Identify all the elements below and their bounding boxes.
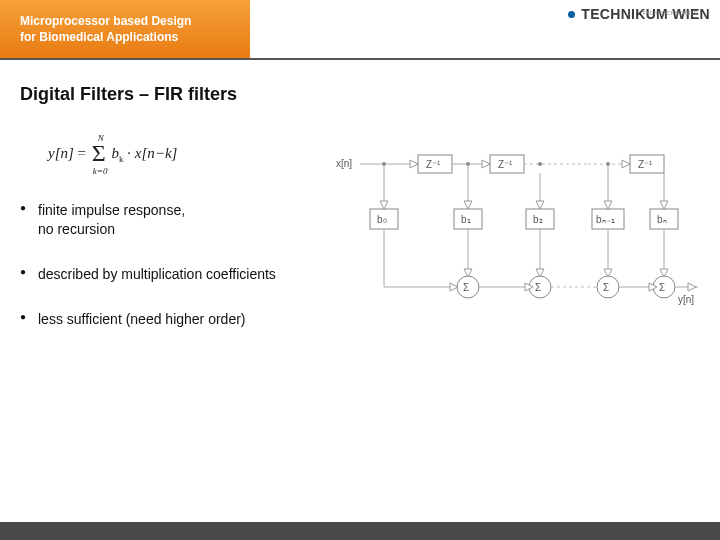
svg-marker-15 bbox=[380, 201, 388, 209]
svg-marker-4 bbox=[482, 160, 490, 168]
coeff-label: bₙ₋₁ bbox=[596, 214, 615, 225]
coeff-label: bₙ bbox=[657, 214, 667, 225]
header-title-line2: for Biomedical Applications bbox=[20, 29, 236, 45]
institution-logo: FACHHOCHSCHULE TECHNIKUM WIEN bbox=[568, 6, 710, 22]
svg-marker-17 bbox=[464, 201, 472, 209]
diagram-output-label: y[n] bbox=[678, 294, 694, 305]
slide-content: Digital Filters – FIR filters y[n] = N Σ… bbox=[0, 60, 720, 355]
header-title-block: Microprocessor based Design for Biomedic… bbox=[0, 0, 250, 58]
coeff-label: b₁ bbox=[461, 214, 471, 225]
svg-marker-1 bbox=[410, 160, 418, 168]
logo-dot-icon bbox=[568, 11, 575, 18]
fir-equation: y[n] = N Σ k=0 bk · x[n−k] bbox=[48, 145, 310, 165]
eq-dot: · bbox=[127, 145, 131, 161]
sum-symbol: Σ bbox=[603, 282, 609, 293]
eq-term2: x[n−k] bbox=[135, 145, 178, 161]
svg-marker-23 bbox=[660, 201, 668, 209]
left-column: y[n] = N Σ k=0 bk · x[n−k] finite impuls… bbox=[20, 141, 310, 355]
bullet-item: less sufficient (need higher order) bbox=[20, 310, 310, 329]
sum-symbol: Σ bbox=[535, 282, 541, 293]
slide-footer bbox=[0, 522, 720, 540]
svg-marker-8 bbox=[622, 160, 630, 168]
delay-label: Z⁻¹ bbox=[638, 159, 653, 170]
bullet-item: described by multiplication coefficients bbox=[20, 265, 310, 284]
eq-coeff: b bbox=[112, 145, 120, 161]
svg-marker-19 bbox=[536, 201, 544, 209]
bullet-item: finite impulse response, no recursion bbox=[20, 201, 310, 239]
sum-symbol: Σ bbox=[463, 282, 469, 293]
coeff-label: b₀ bbox=[377, 214, 387, 225]
bullet-list: finite impulse response, no recursion de… bbox=[20, 201, 310, 329]
svg-point-12 bbox=[538, 162, 542, 166]
sigma-icon: Σ bbox=[92, 140, 106, 166]
delay-label: Z⁻¹ bbox=[426, 159, 441, 170]
eq-sum-lower: k=0 bbox=[93, 166, 108, 176]
header-title-line1: Microprocessor based Design bbox=[20, 13, 236, 29]
eq-lhs: y[n] bbox=[48, 145, 74, 161]
svg-marker-21 bbox=[604, 201, 612, 209]
delay-label: Z⁻¹ bbox=[498, 159, 513, 170]
eq-coeff-sub: k bbox=[119, 154, 124, 164]
coeff-label: b₂ bbox=[533, 214, 543, 225]
fir-block-diagram: x[n] Z⁻¹ Z⁻¹ Z⁻¹ bbox=[330, 147, 700, 337]
slide-title: Digital Filters – FIR filters bbox=[20, 84, 700, 105]
sum-symbol: Σ bbox=[659, 282, 665, 293]
logo-overline: FACHHOCHSCHULE bbox=[643, 10, 698, 16]
slide-header: Microprocessor based Design for Biomedic… bbox=[0, 0, 720, 60]
diagram-input-label: x[n] bbox=[336, 158, 352, 169]
right-column: x[n] Z⁻¹ Z⁻¹ Z⁻¹ bbox=[330, 141, 700, 355]
eq-equals: = bbox=[78, 145, 86, 161]
svg-marker-50 bbox=[688, 283, 696, 291]
eq-sum-upper: N bbox=[98, 133, 104, 143]
